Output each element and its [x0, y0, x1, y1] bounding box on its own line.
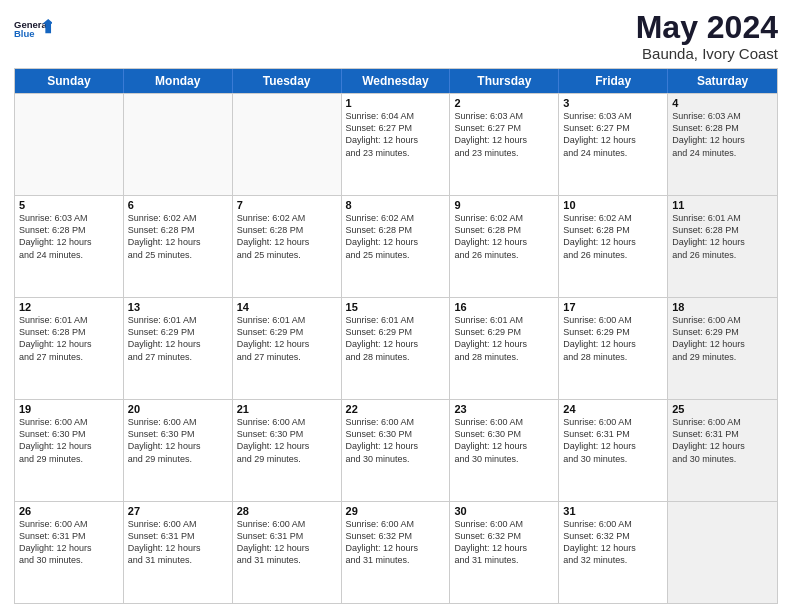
calendar-cell: 22 Sunrise: 6:00 AM Sunset: 6:30 PM Dayl… — [342, 400, 451, 501]
sunset-text: Sunset: 6:28 PM — [19, 326, 119, 338]
calendar-cell: 4 Sunrise: 6:03 AM Sunset: 6:28 PM Dayli… — [668, 94, 777, 195]
calendar-cell — [15, 94, 124, 195]
daylight-text: Daylight: 12 hours — [237, 338, 337, 350]
sunset-text: Sunset: 6:32 PM — [454, 530, 554, 542]
daylight-text: Daylight: 12 hours — [454, 236, 554, 248]
calendar-cell: 11 Sunrise: 6:01 AM Sunset: 6:28 PM Dayl… — [668, 196, 777, 297]
day-number: 5 — [19, 199, 119, 211]
day-number: 18 — [672, 301, 773, 313]
daylight-text: Daylight: 12 hours — [563, 236, 663, 248]
day-number: 27 — [128, 505, 228, 517]
sunrise-text: Sunrise: 6:03 AM — [454, 110, 554, 122]
weekday-header: Thursday — [450, 69, 559, 93]
calendar-cell: 14 Sunrise: 6:01 AM Sunset: 6:29 PM Dayl… — [233, 298, 342, 399]
sunset-text: Sunset: 6:30 PM — [454, 428, 554, 440]
sunset-text: Sunset: 6:28 PM — [672, 224, 773, 236]
calendar-cell — [668, 502, 777, 603]
calendar-cell: 13 Sunrise: 6:01 AM Sunset: 6:29 PM Dayl… — [124, 298, 233, 399]
sunrise-text: Sunrise: 6:00 AM — [672, 314, 773, 326]
day-number: 25 — [672, 403, 773, 415]
sunrise-text: Sunrise: 6:01 AM — [346, 314, 446, 326]
calendar-cell: 24 Sunrise: 6:00 AM Sunset: 6:31 PM Dayl… — [559, 400, 668, 501]
calendar-row: 19 Sunrise: 6:00 AM Sunset: 6:30 PM Dayl… — [15, 399, 777, 501]
calendar-cell: 21 Sunrise: 6:00 AM Sunset: 6:30 PM Dayl… — [233, 400, 342, 501]
calendar: SundayMondayTuesdayWednesdayThursdayFrid… — [14, 68, 778, 604]
main-title: May 2024 — [636, 10, 778, 45]
daylight-minutes: and 32 minutes. — [563, 554, 663, 566]
sunset-text: Sunset: 6:29 PM — [346, 326, 446, 338]
calendar-row: 5 Sunrise: 6:03 AM Sunset: 6:28 PM Dayli… — [15, 195, 777, 297]
day-number: 11 — [672, 199, 773, 211]
calendar-cell: 15 Sunrise: 6:01 AM Sunset: 6:29 PM Dayl… — [342, 298, 451, 399]
daylight-minutes: and 27 minutes. — [237, 351, 337, 363]
sunset-text: Sunset: 6:30 PM — [128, 428, 228, 440]
sunrise-text: Sunrise: 6:00 AM — [672, 416, 773, 428]
day-number: 21 — [237, 403, 337, 415]
daylight-minutes: and 29 minutes. — [237, 453, 337, 465]
page: General Blue May 2024 Baunda, Ivory Coas… — [0, 0, 792, 612]
calendar-cell: 28 Sunrise: 6:00 AM Sunset: 6:31 PM Dayl… — [233, 502, 342, 603]
sunrise-text: Sunrise: 6:00 AM — [454, 518, 554, 530]
sunrise-text: Sunrise: 6:03 AM — [19, 212, 119, 224]
daylight-text: Daylight: 12 hours — [563, 134, 663, 146]
weekday-header: Wednesday — [342, 69, 451, 93]
sunrise-text: Sunrise: 6:00 AM — [19, 518, 119, 530]
subtitle: Baunda, Ivory Coast — [636, 45, 778, 62]
sunset-text: Sunset: 6:28 PM — [128, 224, 228, 236]
calendar-cell: 9 Sunrise: 6:02 AM Sunset: 6:28 PM Dayli… — [450, 196, 559, 297]
sunset-text: Sunset: 6:30 PM — [19, 428, 119, 440]
sunset-text: Sunset: 6:29 PM — [454, 326, 554, 338]
day-number: 6 — [128, 199, 228, 211]
calendar-header: SundayMondayTuesdayWednesdayThursdayFrid… — [15, 69, 777, 93]
daylight-minutes: and 28 minutes. — [346, 351, 446, 363]
day-number: 20 — [128, 403, 228, 415]
daylight-text: Daylight: 12 hours — [672, 134, 773, 146]
logo-svg: General Blue — [14, 10, 52, 48]
calendar-cell: 12 Sunrise: 6:01 AM Sunset: 6:28 PM Dayl… — [15, 298, 124, 399]
daylight-text: Daylight: 12 hours — [563, 338, 663, 350]
sunset-text: Sunset: 6:29 PM — [237, 326, 337, 338]
sunset-text: Sunset: 6:30 PM — [346, 428, 446, 440]
day-number: 7 — [237, 199, 337, 211]
calendar-cell: 27 Sunrise: 6:00 AM Sunset: 6:31 PM Dayl… — [124, 502, 233, 603]
sunset-text: Sunset: 6:32 PM — [563, 530, 663, 542]
header: General Blue May 2024 Baunda, Ivory Coas… — [14, 10, 778, 62]
sunset-text: Sunset: 6:29 PM — [128, 326, 228, 338]
sunrise-text: Sunrise: 6:03 AM — [563, 110, 663, 122]
sunrise-text: Sunrise: 6:00 AM — [454, 416, 554, 428]
day-number: 22 — [346, 403, 446, 415]
sunrise-text: Sunrise: 6:02 AM — [454, 212, 554, 224]
weekday-header: Sunday — [15, 69, 124, 93]
daylight-text: Daylight: 12 hours — [19, 542, 119, 554]
day-number: 15 — [346, 301, 446, 313]
daylight-minutes: and 23 minutes. — [346, 147, 446, 159]
calendar-cell: 26 Sunrise: 6:00 AM Sunset: 6:31 PM Dayl… — [15, 502, 124, 603]
daylight-text: Daylight: 12 hours — [672, 236, 773, 248]
day-number: 23 — [454, 403, 554, 415]
calendar-cell: 5 Sunrise: 6:03 AM Sunset: 6:28 PM Dayli… — [15, 196, 124, 297]
sunrise-text: Sunrise: 6:00 AM — [563, 416, 663, 428]
sunrise-text: Sunrise: 6:00 AM — [128, 416, 228, 428]
daylight-minutes: and 31 minutes. — [346, 554, 446, 566]
sunset-text: Sunset: 6:31 PM — [672, 428, 773, 440]
daylight-text: Daylight: 12 hours — [563, 440, 663, 452]
daylight-minutes: and 28 minutes. — [454, 351, 554, 363]
calendar-cell: 23 Sunrise: 6:00 AM Sunset: 6:30 PM Dayl… — [450, 400, 559, 501]
day-number: 12 — [19, 301, 119, 313]
calendar-cell: 25 Sunrise: 6:00 AM Sunset: 6:31 PM Dayl… — [668, 400, 777, 501]
daylight-text: Daylight: 12 hours — [346, 134, 446, 146]
daylight-minutes: and 26 minutes. — [672, 249, 773, 261]
daylight-text: Daylight: 12 hours — [346, 338, 446, 350]
daylight-minutes: and 27 minutes. — [19, 351, 119, 363]
sunset-text: Sunset: 6:28 PM — [672, 122, 773, 134]
daylight-minutes: and 25 minutes. — [237, 249, 337, 261]
daylight-minutes: and 30 minutes. — [672, 453, 773, 465]
sunset-text: Sunset: 6:30 PM — [237, 428, 337, 440]
calendar-row: 12 Sunrise: 6:01 AM Sunset: 6:28 PM Dayl… — [15, 297, 777, 399]
day-number: 1 — [346, 97, 446, 109]
daylight-text: Daylight: 12 hours — [454, 542, 554, 554]
sunset-text: Sunset: 6:28 PM — [346, 224, 446, 236]
calendar-cell: 8 Sunrise: 6:02 AM Sunset: 6:28 PM Dayli… — [342, 196, 451, 297]
calendar-cell: 18 Sunrise: 6:00 AM Sunset: 6:29 PM Dayl… — [668, 298, 777, 399]
daylight-text: Daylight: 12 hours — [563, 542, 663, 554]
